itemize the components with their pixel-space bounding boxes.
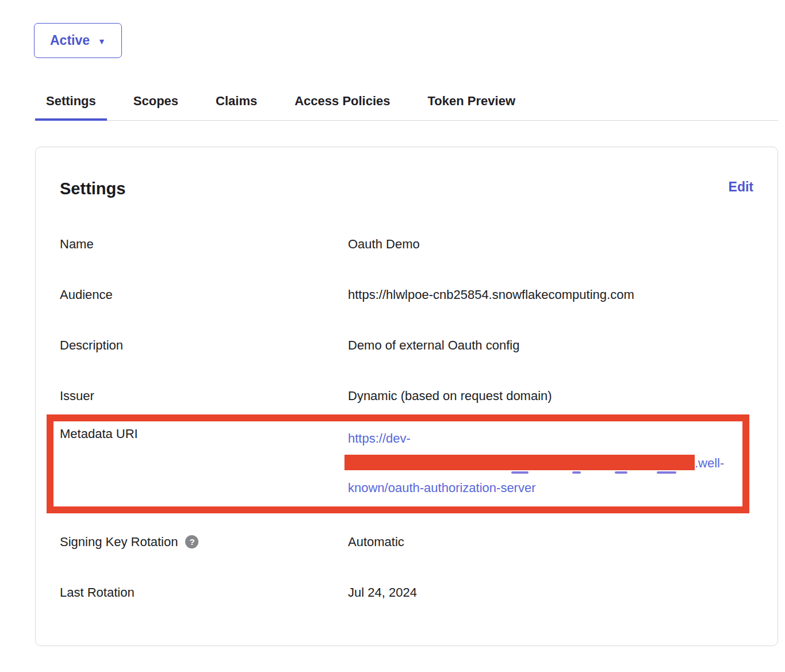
redacted-text-descender (615, 471, 627, 474)
field-row-metadata-uri: Metadata URI https://dev- .well- known/o… (60, 426, 742, 500)
redacted-text-descender (511, 471, 529, 474)
field-row-issuer: Issuer Dynamic (based on request domain) (60, 388, 753, 404)
redacted-text-descender (572, 471, 581, 474)
field-row-name: Name Oauth Demo (60, 236, 753, 252)
field-label-with-help: Signing Key Rotation ? (60, 534, 348, 550)
field-value: https://hlwlpoe-cnb25854.snowflakecomput… (348, 287, 753, 302)
field-label: Audience (60, 287, 348, 302)
field-label: Name (60, 236, 348, 252)
edit-link[interactable]: Edit (729, 179, 753, 195)
status-label: Active (50, 33, 90, 48)
tab-token-preview[interactable]: Token Preview (417, 94, 526, 121)
red-annotation-highlight-box: Metadata URI https://dev- .well- known/o… (47, 414, 749, 513)
field-label: Signing Key Rotation (60, 534, 178, 550)
field-row-last-rotation: Last Rotation Jul 24, 2024 (60, 585, 753, 600)
redacted-text-descender (657, 471, 676, 474)
metadata-uri-link[interactable]: https://dev- .well- known/oauth-authoriz… (348, 426, 742, 500)
metadata-uri-part3: known/oauth-authorization-server (348, 481, 536, 495)
tab-settings[interactable]: Settings (35, 94, 107, 121)
field-value: Demo of external Oauth config (348, 337, 753, 353)
settings-card: Settings Edit Name Oauth Demo Audience h… (35, 147, 778, 646)
field-label: Metadata URI (60, 426, 348, 500)
metadata-uri-part2: .well- (695, 456, 724, 470)
card-title: Settings (60, 179, 125, 198)
field-value: Jul 24, 2024 (348, 585, 753, 600)
settings-fields: Name Oauth Demo Audience https://hlwlpoe… (60, 236, 753, 600)
field-label: Description (60, 337, 348, 353)
field-row-audience: Audience https://hlwlpoe-cnb25854.snowfl… (60, 287, 753, 302)
tab-bar: Settings Scopes Claims Access Policies T… (35, 94, 778, 121)
tab-scopes[interactable]: Scopes (122, 94, 189, 121)
chevron-down-icon: ▼ (98, 36, 106, 45)
metadata-uri-part1: https://dev- (348, 431, 411, 446)
field-row-signing-key-rotation: Signing Key Rotation ? Automatic (60, 534, 753, 550)
status-dropdown-button[interactable]: Active ▼ (34, 23, 122, 58)
settings-card-header: Settings Edit (60, 179, 753, 198)
tab-access-policies[interactable]: Access Policies (284, 94, 401, 121)
field-value: https://dev- .well- known/oauth-authoriz… (348, 426, 742, 500)
field-label: Last Rotation (60, 585, 348, 600)
tab-claims[interactable]: Claims (205, 94, 268, 121)
field-value: Dynamic (based on request domain) (348, 388, 753, 404)
redaction-bar (344, 455, 695, 470)
field-label: Issuer (60, 388, 348, 404)
field-value: Automatic (348, 534, 753, 550)
field-value: Oauth Demo (348, 236, 753, 252)
field-row-description: Description Demo of external Oauth confi… (60, 337, 753, 353)
help-icon[interactable]: ? (185, 535, 198, 548)
